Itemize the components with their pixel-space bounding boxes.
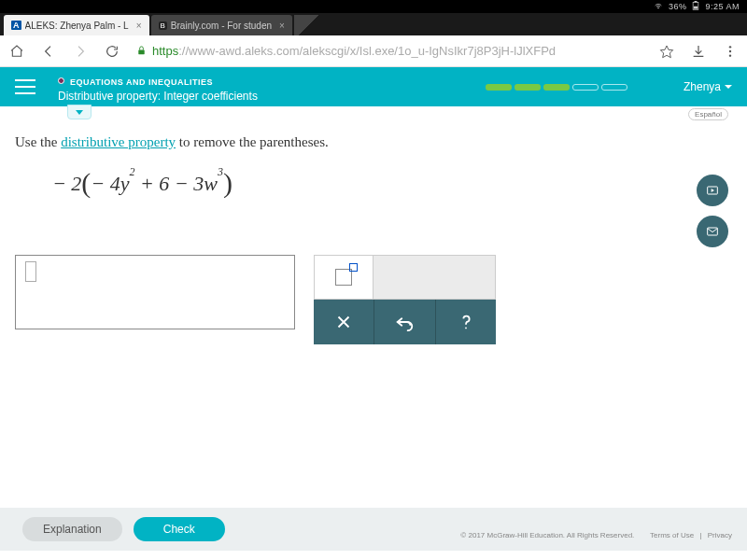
work-area <box>15 255 732 344</box>
user-name: Zhenya <box>684 80 721 93</box>
question-prompt: Use the distributive property to remove … <box>15 134 732 150</box>
svg-point-6 <box>729 46 731 48</box>
exponent-tool[interactable] <box>314 255 374 300</box>
url-bar[interactable]: https://www-awd.aleks.com/alekscgi/x/Isl… <box>136 44 642 58</box>
expr-v2: w <box>204 172 218 195</box>
browser-tab-strip: A ALEKS: Zhenya Palm - L × B Brainly.com… <box>0 13 747 35</box>
favicon-brainly: B <box>159 21 167 30</box>
side-buttons <box>697 175 728 247</box>
forward-icon[interactable] <box>73 44 88 59</box>
expr-t1: − 4 <box>91 172 120 195</box>
url-secure: https <box>152 44 178 58</box>
topic-title: Distributive property: Integer coefficie… <box>58 90 486 103</box>
svg-marker-5 <box>660 46 672 58</box>
user-menu[interactable]: Zhenya <box>684 80 732 93</box>
bottom-bar: Explanation Check © 2017 McGraw-Hill Edu… <box>0 508 747 551</box>
svg-marker-10 <box>712 189 714 192</box>
copyright-text: © 2017 McGraw-Hill Education. All Rights… <box>460 531 634 539</box>
content-area: Use the distributive property to remove … <box>0 123 747 344</box>
url-path: /alekscgi/x/Isl.exe/1o_u-IgNsIkr7j8P3jH-… <box>300 44 557 58</box>
topic-header: EQUATIONS AND INEQUALITIES Distributive … <box>58 72 486 103</box>
home-icon[interactable] <box>9 44 24 59</box>
svg-rect-4 <box>138 49 144 54</box>
more-icon[interactable] <box>723 44 738 59</box>
back-icon[interactable] <box>41 44 56 59</box>
dropdown-tab[interactable] <box>67 105 92 119</box>
close-icon[interactable]: × <box>133 21 142 31</box>
svg-point-0 <box>658 7 659 8</box>
url-host: ://www-awd.aleks.com <box>178 44 299 58</box>
palette-empty <box>374 255 496 300</box>
new-tab-button[interactable] <box>294 15 322 35</box>
wifi-icon <box>654 1 663 12</box>
expr-lead: − 2 <box>52 172 81 195</box>
reload-icon[interactable] <box>105 44 120 59</box>
browser-tab-aleks[interactable]: A ALEKS: Zhenya Palm - L × <box>4 15 149 35</box>
expr-e1: 2 <box>129 165 134 178</box>
clock-text: 9:25 AM <box>705 2 740 11</box>
battery-text: 36% <box>669 2 687 11</box>
math-expression: − 2(− 4y2 + 6 − 3w3) <box>52 165 732 197</box>
svg-rect-2 <box>695 1 698 2</box>
expr-mid: + 6 − 3 <box>134 172 204 195</box>
undo-button[interactable] <box>374 300 435 344</box>
lock-icon <box>136 45 147 58</box>
download-icon[interactable] <box>691 44 706 59</box>
favicon-aleks: A <box>11 21 21 30</box>
language-pill[interactable]: Español <box>688 108 728 120</box>
tool-palette <box>314 255 496 344</box>
expr-e2: 3 <box>218 165 223 178</box>
svg-rect-3 <box>694 7 698 9</box>
expr-lparen: ( <box>81 167 91 198</box>
prompt-pre: Use the <box>15 134 61 149</box>
browser-tab-brainly[interactable]: B Brainly.com - For studen × <box>151 15 292 35</box>
browser-nav-bar: https://www-awd.aleks.com/alekscgi/x/Isl… <box>0 35 747 67</box>
svg-point-12 <box>465 328 467 329</box>
tab-title: Brainly.com - For studen <box>171 21 272 31</box>
topic-path: EQUATIONS AND INEQUALITIES <box>70 77 213 87</box>
help-button[interactable] <box>436 300 496 344</box>
close-icon[interactable]: × <box>275 21 285 31</box>
footer-text: © 2017 McGraw-Hill Education. All Rights… <box>460 531 732 539</box>
clear-button[interactable] <box>314 300 374 344</box>
terms-link[interactable]: Terms of Use <box>650 531 694 539</box>
svg-point-7 <box>729 49 731 51</box>
menu-icon[interactable] <box>15 79 35 94</box>
expr-rparen: ) <box>223 167 233 198</box>
star-icon[interactable] <box>659 44 674 59</box>
input-cursor <box>25 261 36 282</box>
privacy-link[interactable]: Privacy <box>708 531 732 539</box>
prompt-post: to remove the parentheses. <box>176 134 329 149</box>
svg-point-8 <box>729 54 731 56</box>
device-status-bar: 36% 9:25 AM <box>0 0 747 13</box>
video-button[interactable] <box>697 175 728 206</box>
progress-indicator <box>486 84 627 91</box>
message-button[interactable] <box>697 216 728 247</box>
caret-down-icon <box>76 110 83 115</box>
check-button[interactable]: Check <box>134 517 225 541</box>
sub-header-row: Español <box>0 106 747 123</box>
distributive-property-link[interactable]: distributive property <box>61 134 176 149</box>
explanation-button[interactable]: Explanation <box>22 517 122 541</box>
app-header: EQUATIONS AND INEQUALITIES Distributive … <box>0 67 747 106</box>
caret-down-icon <box>725 85 732 89</box>
tab-title: ALEKS: Zhenya Palm - L <box>25 21 129 31</box>
topic-dot-icon <box>58 77 64 84</box>
battery-icon <box>692 1 699 12</box>
svg-rect-11 <box>708 228 718 235</box>
answer-input[interactable] <box>15 255 295 329</box>
